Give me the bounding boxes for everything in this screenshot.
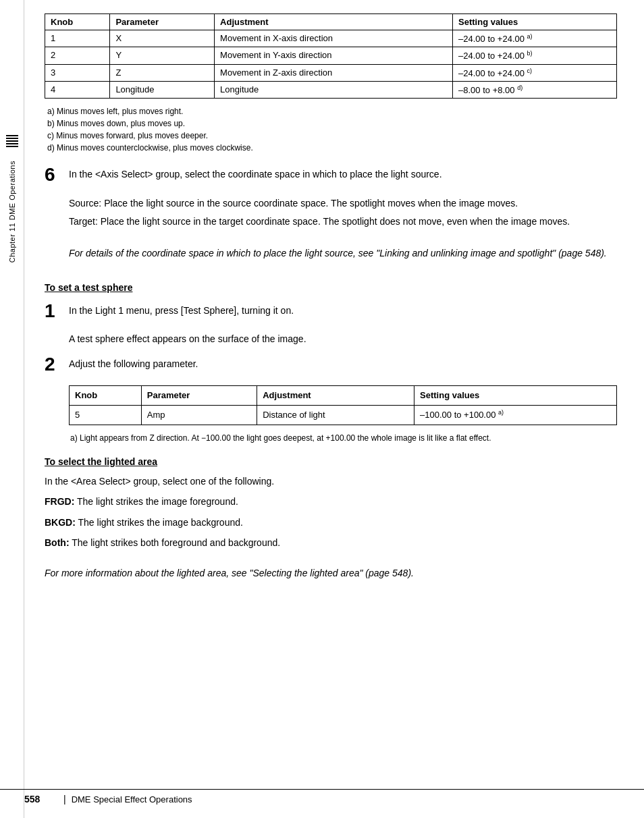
row1-adjust: Movement in X-axis direction (215, 30, 453, 47)
step1-text: In the Light 1 menu, press [Test Sphere]… (69, 304, 617, 318)
inner-header-param: Parameter (141, 386, 257, 406)
footnote-a: a) Minus moves left, plus moves right. (47, 105, 617, 117)
bkgd-bold: BKGD: (45, 517, 76, 528)
footer-text: DME Special Effect Operations (72, 794, 192, 805)
table-row: 1 X Movement in X-axis direction –24.00 … (45, 30, 617, 47)
row2-setting: –24.00 to +24.00 b) (453, 47, 617, 64)
top-table-header-param: Parameter (110, 14, 215, 30)
step-6-text: In the <Axis Select> group, select the c… (69, 167, 617, 182)
row1-param: X (110, 30, 215, 47)
step2-number: 2 (45, 354, 69, 375)
frgd-text: The light strikes the image foreground. (74, 496, 238, 507)
table-row: 3 Z Movement in Z-axis direction –24.00 … (45, 64, 617, 81)
row3-adjust: Movement in Z-axis direction (215, 64, 453, 81)
test-sphere-step1: 1 In the Light 1 menu, press [Test Spher… (45, 301, 617, 346)
footnote-b: b) Minus moves down, plus moves up. (47, 117, 617, 130)
inner-footnote-a: a) Light appears from Z direction. At −1… (70, 432, 617, 444)
top-table-header-adjust: Adjustment (215, 14, 453, 30)
main-content: Knob Parameter Adjustment Setting values… (24, 0, 644, 818)
test-sphere-table: Knob Parameter Adjustment Setting values… (69, 385, 617, 425)
row3-param: Z (110, 64, 215, 81)
footer-pipe: | (63, 794, 66, 805)
target-text: Place the light source in the target coo… (98, 216, 570, 227)
row3-knob: 3 (45, 64, 110, 81)
bkgd-text: The light strikes the image background. (76, 517, 243, 528)
top-table-header-knob: Knob (45, 14, 110, 30)
source-bold: Source: (69, 198, 101, 209)
step-6-source: Source: Place the light source in the so… (69, 196, 617, 211)
step-6-content: In the <Axis Select> group, select the c… (69, 165, 617, 270)
table-row: 4 Longitude Longitude –8.00 to +8.00 d) (45, 81, 617, 98)
sidebar-chapter-label: Chapter 11 DME Operations (8, 161, 16, 263)
frgd-line: FRGD: The light strikes the image foregr… (45, 494, 617, 509)
step2-text: Adjust the following parameter. (69, 357, 617, 371)
row4-setting: –8.00 to +8.00 d) (453, 81, 617, 98)
step1-sub: A test sphere effect appears on the surf… (69, 332, 617, 346)
row1-knob: 1 (45, 30, 110, 47)
row2-param: Y (110, 47, 215, 64)
row1-setting: –24.00 to +24.00 a) (453, 30, 617, 47)
row2-adjust: Movement in Y-axis direction (215, 47, 453, 64)
frgd-bold: FRGD: (45, 496, 74, 507)
footnote-c: c) Minus moves forward, plus moves deepe… (47, 130, 617, 142)
inner-table-footnote: a) Light appears from Z direction. At −1… (69, 432, 617, 444)
inner-header-setting: Setting values (414, 386, 617, 406)
lighted-area-intro: In the <Area Select> group, select one o… (45, 474, 617, 489)
inner-header-knob: Knob (70, 386, 142, 406)
both-text: The light strikes both foreground and ba… (70, 537, 281, 548)
top-table-footnotes: a) Minus moves left, plus moves right. b… (45, 105, 617, 154)
step-6-number: 6 (45, 165, 69, 186)
source-text: Place the light source in the source coo… (101, 198, 518, 209)
footnote-d: d) Minus moves counterclockwise, plus mo… (47, 142, 617, 154)
lighted-area-section: To select the lighted area In the <Area … (45, 456, 617, 581)
inner-row1-knob: 5 (70, 405, 142, 425)
step1-number: 1 (45, 301, 69, 322)
step-6-italic: For details of the coordinate space in w… (69, 246, 617, 261)
row3-setting: –24.00 to +24.00 c) (453, 64, 617, 81)
test-sphere-heading: To set a test sphere (45, 282, 617, 293)
test-sphere-step2: 2 Adjust the following parameter. Knob P… (45, 354, 617, 443)
lighted-area-italic: For more information about the lighted a… (45, 566, 617, 580)
lighted-area-heading: To select the lighted area (45, 456, 617, 467)
table-row: 2 Y Movement in Y-axis direction –24.00 … (45, 47, 617, 64)
inner-row1-setting: –100.00 to +100.00 a) (414, 405, 617, 425)
bkgd-line: BKGD: The light strikes the image backgr… (45, 515, 617, 530)
step2-content: Adjust the following parameter. Knob Par… (69, 354, 617, 443)
step-6: 6 In the <Axis Select> group, select the… (45, 165, 617, 270)
footer-page-number: 558 (24, 794, 58, 805)
row4-param: Longitude (110, 81, 215, 98)
footer: 558 | DME Special Effect Operations (0, 789, 644, 805)
row4-adjust: Longitude (215, 81, 453, 98)
step1-content: In the Light 1 menu, press [Test Sphere]… (69, 301, 617, 346)
row4-knob: 4 (45, 81, 110, 98)
both-bold: Both: (45, 537, 70, 548)
table-row: 5 Amp Distance of light –100.00 to +100.… (70, 405, 617, 425)
top-table-header-setting: Setting values (453, 14, 617, 30)
inner-row1-param: Amp (141, 405, 257, 425)
test-sphere-section: To set a test sphere 1 In the Light 1 me… (45, 282, 617, 443)
row2-knob: 2 (45, 47, 110, 64)
both-line: Both: The light strikes both foreground … (45, 535, 617, 550)
target-bold: Target: (69, 216, 98, 227)
page-container: Chapter 11 DME Operations Knob Parameter… (0, 0, 644, 818)
sidebar: Chapter 11 DME Operations (0, 0, 24, 818)
sidebar-lines (6, 135, 18, 147)
top-table: Knob Parameter Adjustment Setting values… (45, 13, 617, 99)
step-6-target: Target: Place the light source in the ta… (69, 214, 617, 229)
inner-row1-adjust: Distance of light (257, 405, 414, 425)
inner-header-adjust: Adjustment (257, 386, 414, 406)
